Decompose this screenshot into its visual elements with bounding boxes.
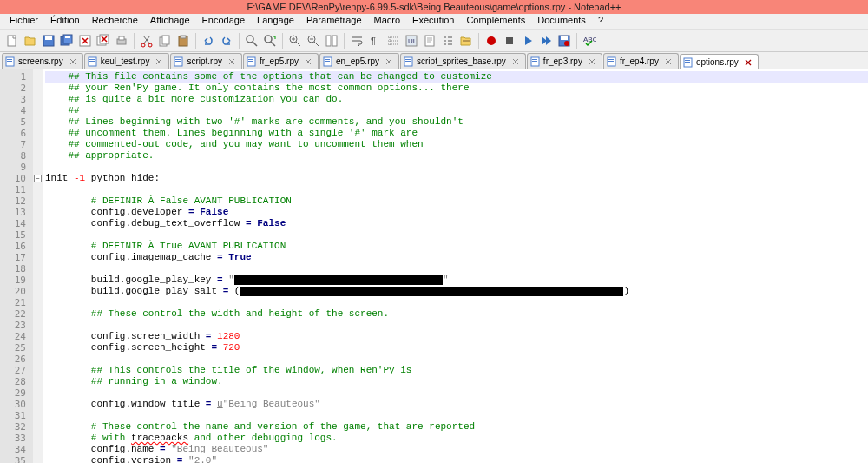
menu-item[interactable]: Compléments xyxy=(460,14,531,29)
find-button[interactable] xyxy=(243,32,260,50)
print-button[interactable] xyxy=(113,32,130,50)
code-line[interactable] xyxy=(45,184,868,195)
close-icon[interactable] xyxy=(744,58,753,67)
file-tab[interactable]: fr_ep5.rpy xyxy=(243,53,319,69)
code-line[interactable]: ## Lines beginning with two '#' marks ar… xyxy=(45,116,868,128)
user-lang-button[interactable]: UL xyxy=(403,32,420,50)
menu-item[interactable]: Recherche xyxy=(86,14,144,29)
code-line[interactable] xyxy=(45,387,868,399)
code-line[interactable]: ## uncomment them. Lines beginning with … xyxy=(45,128,868,139)
svg-rect-49 xyxy=(405,59,411,60)
code-line[interactable] xyxy=(45,297,868,308)
code-line[interactable] xyxy=(45,410,868,421)
cut-button[interactable] xyxy=(138,32,155,50)
line-number: 10 xyxy=(0,173,26,184)
menu-item[interactable]: Encodage xyxy=(196,14,252,29)
file-tab[interactable]: fr_ep4.rpy xyxy=(603,53,679,69)
code-line[interactable]: ## commented-out code, and you may want … xyxy=(45,139,868,150)
file-tab[interactable]: script.rpy xyxy=(170,53,242,69)
code-line[interactable]: config.developer = False xyxy=(45,207,868,218)
code-line[interactable]: config.name = "Being Beauteous" xyxy=(45,444,868,455)
sync-scroll-button[interactable] xyxy=(323,32,340,50)
show-all-chars-button[interactable]: ¶ xyxy=(366,32,384,50)
paste-button[interactable] xyxy=(174,32,192,50)
save-all-button[interactable] xyxy=(58,32,76,50)
code-line[interactable]: # These control the name and version of … xyxy=(45,421,868,433)
code-line[interactable]: ## is quite a bit more customization you… xyxy=(45,94,868,105)
code-line[interactable]: ## appropriate. xyxy=(45,150,868,162)
menu-item[interactable]: Paramétrage xyxy=(300,14,368,29)
close-icon[interactable] xyxy=(664,57,673,66)
stop-macro-button[interactable] xyxy=(501,32,518,50)
close-icon[interactable] xyxy=(155,57,163,66)
menu-item[interactable]: Exécution xyxy=(406,14,460,29)
close-icon[interactable] xyxy=(588,57,596,66)
code-line[interactable]: ## running in a window. xyxy=(45,376,868,387)
code-line[interactable]: # DEFINIR À False AVANT PUBLICATION xyxy=(45,195,868,207)
new-file-button[interactable] xyxy=(3,32,21,50)
close-icon[interactable] xyxy=(385,57,393,66)
close-icon[interactable] xyxy=(511,57,520,66)
folder-workspace-button[interactable] xyxy=(457,32,475,50)
zoom-in-button[interactable] xyxy=(286,32,304,50)
record-macro-button[interactable] xyxy=(483,32,500,50)
menu-item[interactable]: Documents xyxy=(531,14,592,29)
code-line[interactable]: init -1 python hide: xyxy=(45,173,868,184)
file-tab[interactable]: script_sprites_base.rpy xyxy=(400,53,526,69)
copy-button[interactable] xyxy=(156,32,174,50)
menu-item[interactable]: Fichier xyxy=(3,14,44,29)
code-line[interactable]: ## This controls the title of the window… xyxy=(45,365,868,376)
close-all-button[interactable] xyxy=(95,32,112,50)
file-tab[interactable]: screens.rpy xyxy=(2,53,83,69)
menu-item[interactable]: ? xyxy=(592,14,609,29)
replace-button[interactable] xyxy=(261,32,279,50)
close-icon[interactable] xyxy=(304,57,312,66)
doc-map-button[interactable] xyxy=(421,32,438,50)
file-tab[interactable]: fr_ep3.rpy xyxy=(527,53,602,69)
file-tab[interactable]: options.rpy xyxy=(680,54,759,69)
toolbar-separator xyxy=(134,33,135,49)
open-file-button[interactable] xyxy=(22,32,39,50)
spell-check-button[interactable]: ABC xyxy=(581,32,598,50)
menu-item[interactable]: Langage xyxy=(251,14,300,29)
code-line[interactable] xyxy=(45,320,868,331)
close-button[interactable] xyxy=(76,32,94,50)
file-tab[interactable]: en_ep5.rpy xyxy=(319,53,399,69)
redo-button[interactable] xyxy=(218,32,235,50)
code-line[interactable] xyxy=(45,162,868,173)
code-area[interactable]: ## This file contains some of the option… xyxy=(43,69,868,463)
code-line[interactable]: # with tracebacks and other debugging lo… xyxy=(45,433,868,444)
menu-item[interactable]: Édition xyxy=(44,14,86,29)
code-line[interactable] xyxy=(45,263,868,274)
menu-item[interactable]: Affichage xyxy=(144,14,196,29)
code-line[interactable]: build.google_play_key = "" xyxy=(45,274,868,286)
save-button[interactable] xyxy=(40,32,57,50)
word-wrap-button[interactable] xyxy=(348,32,365,50)
code-line[interactable]: config.screen_height = 720 xyxy=(45,342,868,354)
indent-guide-button[interactable] xyxy=(385,32,402,50)
code-line[interactable]: config.screen_width = 1280 xyxy=(45,331,868,342)
code-line[interactable]: config.debug_text_overflow = False xyxy=(45,218,868,229)
code-line[interactable] xyxy=(45,354,868,365)
code-line[interactable]: ## xyxy=(45,105,868,116)
code-line[interactable]: config.version = "2.0" xyxy=(45,455,868,463)
close-icon[interactable] xyxy=(69,57,77,66)
menu-item[interactable]: Macro xyxy=(368,14,407,29)
close-icon[interactable] xyxy=(227,57,236,66)
code-line[interactable]: ## This file contains some of the option… xyxy=(45,71,868,83)
code-line[interactable]: config.window_title = u"Being Beauteous" xyxy=(45,399,868,410)
code-line[interactable]: ## your Ren'Py game. It only contains th… xyxy=(45,83,868,94)
file-tab[interactable]: keul_test.rpy xyxy=(84,53,170,69)
code-line[interactable] xyxy=(45,229,868,241)
undo-button[interactable] xyxy=(200,32,217,50)
code-line[interactable]: build.google_play_salt = () xyxy=(45,286,868,297)
play-multi-button[interactable] xyxy=(537,32,555,50)
function-list-button[interactable] xyxy=(439,32,457,50)
play-macro-button[interactable] xyxy=(519,32,536,50)
code-line[interactable]: config.imagemap_cache = True xyxy=(45,252,868,263)
save-macro-button[interactable] xyxy=(556,32,573,50)
code-line[interactable]: ## These control the width and height of… xyxy=(45,308,868,320)
code-line[interactable]: # DEFINIR À True AVANT PUBLICATION xyxy=(45,241,868,252)
svg-point-17 xyxy=(247,36,253,43)
zoom-out-button[interactable] xyxy=(305,32,322,50)
